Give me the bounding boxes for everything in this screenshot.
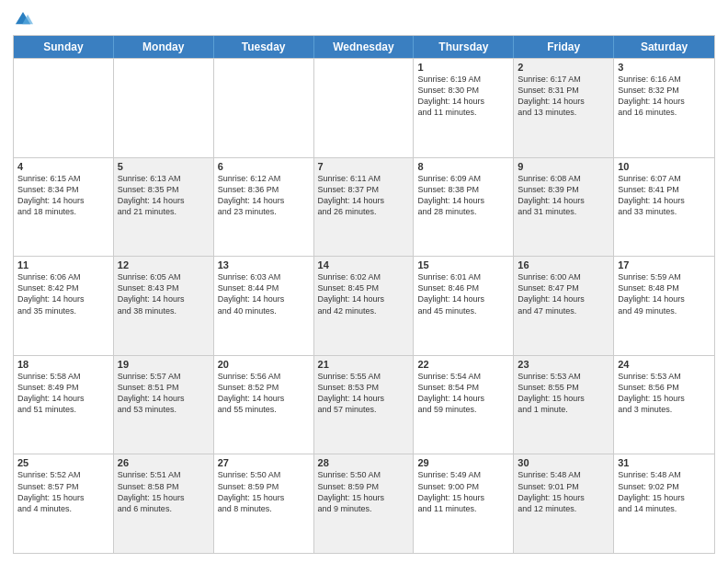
- cell-info-30: Sunrise: 5:48 AMSunset: 9:01 PMDaylight:…: [518, 469, 609, 514]
- calendar-body: 1Sunrise: 6:19 AMSunset: 8:30 PMDaylight…: [14, 58, 714, 553]
- cal-cell-21: 21Sunrise: 5:55 AMSunset: 8:53 PMDayligh…: [314, 356, 415, 454]
- cell-info-18: Sunrise: 5:58 AMSunset: 8:49 PMDaylight:…: [17, 371, 109, 416]
- cell-info-26: Sunrise: 5:51 AMSunset: 8:58 PMDaylight:…: [118, 469, 210, 514]
- cell-date-24: 24: [618, 359, 711, 370]
- cell-info-5: Sunrise: 6:13 AMSunset: 8:35 PMDaylight:…: [118, 173, 210, 218]
- cal-cell-19: 19Sunrise: 5:57 AMSunset: 8:51 PMDayligh…: [114, 356, 214, 454]
- calendar-header-sunday: Sunday: [14, 36, 114, 58]
- cal-cell-25: 25Sunrise: 5:52 AMSunset: 8:57 PMDayligh…: [14, 454, 114, 553]
- cell-date-31: 31: [618, 457, 711, 468]
- cell-date-29: 29: [417, 457, 509, 468]
- cell-info-11: Sunrise: 6:06 AMSunset: 8:42 PMDaylight:…: [17, 271, 109, 316]
- cal-cell-5: 5Sunrise: 6:13 AMSunset: 8:35 PMDaylight…: [114, 158, 214, 257]
- cell-date-7: 7: [318, 161, 410, 172]
- cell-date-21: 21: [318, 359, 410, 370]
- cal-cell-23: 23Sunrise: 5:53 AMSunset: 8:55 PMDayligh…: [514, 356, 614, 454]
- cell-date-22: 22: [417, 359, 509, 370]
- cell-info-23: Sunrise: 5:53 AMSunset: 8:55 PMDaylight:…: [518, 371, 609, 416]
- cell-info-12: Sunrise: 6:05 AMSunset: 8:43 PMDaylight:…: [118, 271, 210, 316]
- cal-cell-2: 2Sunrise: 6:17 AMSunset: 8:31 PMDaylight…: [514, 59, 614, 157]
- cell-info-24: Sunrise: 5:53 AMSunset: 8:56 PMDaylight:…: [618, 371, 711, 416]
- cell-date-12: 12: [118, 259, 210, 270]
- cal-cell-empty: [14, 59, 114, 157]
- cell-info-13: Sunrise: 6:03 AMSunset: 8:44 PMDaylight:…: [218, 271, 310, 316]
- cell-date-18: 18: [17, 359, 109, 370]
- cal-cell-28: 28Sunrise: 5:50 AMSunset: 8:59 PMDayligh…: [314, 454, 415, 553]
- cal-cell-7: 7Sunrise: 6:11 AMSunset: 8:37 PMDaylight…: [314, 158, 415, 257]
- cal-cell-29: 29Sunrise: 5:49 AMSunset: 9:00 PMDayligh…: [414, 454, 514, 553]
- cell-info-19: Sunrise: 5:57 AMSunset: 8:51 PMDaylight:…: [118, 371, 210, 416]
- cell-date-5: 5: [118, 161, 210, 172]
- cell-date-16: 16: [518, 259, 609, 270]
- cell-date-27: 27: [218, 457, 310, 468]
- cal-cell-26: 26Sunrise: 5:51 AMSunset: 8:58 PMDayligh…: [114, 454, 214, 553]
- cell-date-8: 8: [417, 161, 509, 172]
- logo: [13, 9, 35, 29]
- calendar-row-3: 18Sunrise: 5:58 AMSunset: 8:49 PMDayligh…: [14, 355, 714, 454]
- cell-info-9: Sunrise: 6:08 AMSunset: 8:39 PMDaylight:…: [518, 173, 609, 218]
- logo-icon: [13, 9, 33, 29]
- cell-date-20: 20: [218, 359, 310, 370]
- cal-cell-6: 6Sunrise: 6:12 AMSunset: 8:36 PMDaylight…: [214, 158, 314, 257]
- cell-info-31: Sunrise: 5:48 AMSunset: 9:02 PMDaylight:…: [618, 469, 711, 514]
- cell-date-11: 11: [17, 259, 109, 270]
- cal-cell-17: 17Sunrise: 5:59 AMSunset: 8:48 PMDayligh…: [614, 257, 714, 355]
- calendar-header-saturday: Saturday: [614, 36, 714, 58]
- cell-date-13: 13: [218, 259, 310, 270]
- cell-info-10: Sunrise: 6:07 AMSunset: 8:41 PMDaylight:…: [618, 173, 711, 218]
- calendar-header-monday: Monday: [114, 36, 214, 58]
- cal-cell-24: 24Sunrise: 5:53 AMSunset: 8:56 PMDayligh…: [614, 356, 714, 454]
- calendar-header-friday: Friday: [514, 36, 614, 58]
- cal-cell-10: 10Sunrise: 6:07 AMSunset: 8:41 PMDayligh…: [614, 158, 714, 257]
- cell-date-9: 9: [518, 161, 609, 172]
- cal-cell-8: 8Sunrise: 6:09 AMSunset: 8:38 PMDaylight…: [414, 158, 514, 257]
- cell-info-16: Sunrise: 6:00 AMSunset: 8:47 PMDaylight:…: [518, 271, 609, 316]
- cal-cell-14: 14Sunrise: 6:02 AMSunset: 8:45 PMDayligh…: [314, 257, 415, 355]
- cell-date-10: 10: [618, 161, 711, 172]
- cal-cell-15: 15Sunrise: 6:01 AMSunset: 8:46 PMDayligh…: [414, 257, 514, 355]
- cell-info-15: Sunrise: 6:01 AMSunset: 8:46 PMDaylight:…: [417, 271, 509, 316]
- cell-info-4: Sunrise: 6:15 AMSunset: 8:34 PMDaylight:…: [17, 173, 109, 218]
- calendar-row-0: 1Sunrise: 6:19 AMSunset: 8:30 PMDaylight…: [14, 58, 714, 157]
- cell-date-17: 17: [618, 259, 711, 270]
- header: [13, 9, 715, 29]
- calendar-header-row: SundayMondayTuesdayWednesdayThursdayFrid…: [14, 36, 714, 58]
- cal-cell-11: 11Sunrise: 6:06 AMSunset: 8:42 PMDayligh…: [14, 257, 114, 355]
- cell-date-2: 2: [518, 62, 609, 73]
- calendar-row-2: 11Sunrise: 6:06 AMSunset: 8:42 PMDayligh…: [14, 256, 714, 355]
- cell-info-1: Sunrise: 6:19 AMSunset: 8:30 PMDaylight:…: [417, 74, 509, 119]
- cal-cell-empty: [114, 59, 214, 157]
- cell-info-25: Sunrise: 5:52 AMSunset: 8:57 PMDaylight:…: [17, 469, 109, 514]
- cell-info-3: Sunrise: 6:16 AMSunset: 8:32 PMDaylight:…: [618, 74, 711, 119]
- cell-info-14: Sunrise: 6:02 AMSunset: 8:45 PMDaylight:…: [318, 271, 410, 316]
- cal-cell-3: 3Sunrise: 6:16 AMSunset: 8:32 PMDaylight…: [614, 59, 714, 157]
- cal-cell-empty: [314, 59, 415, 157]
- cell-info-2: Sunrise: 6:17 AMSunset: 8:31 PMDaylight:…: [518, 74, 609, 119]
- cal-cell-9: 9Sunrise: 6:08 AMSunset: 8:39 PMDaylight…: [514, 158, 614, 257]
- cal-cell-empty: [214, 59, 314, 157]
- calendar-row-1: 4Sunrise: 6:15 AMSunset: 8:34 PMDaylight…: [14, 157, 714, 257]
- cal-cell-27: 27Sunrise: 5:50 AMSunset: 8:59 PMDayligh…: [214, 454, 314, 553]
- cell-date-26: 26: [118, 457, 210, 468]
- cal-cell-4: 4Sunrise: 6:15 AMSunset: 8:34 PMDaylight…: [14, 158, 114, 257]
- cell-date-25: 25: [17, 457, 109, 468]
- cal-cell-31: 31Sunrise: 5:48 AMSunset: 9:02 PMDayligh…: [614, 454, 714, 553]
- cell-date-14: 14: [318, 259, 410, 270]
- cal-cell-18: 18Sunrise: 5:58 AMSunset: 8:49 PMDayligh…: [14, 356, 114, 454]
- cell-info-22: Sunrise: 5:54 AMSunset: 8:54 PMDaylight:…: [417, 371, 509, 416]
- cell-info-21: Sunrise: 5:55 AMSunset: 8:53 PMDaylight:…: [318, 371, 410, 416]
- calendar-header-wednesday: Wednesday: [314, 36, 415, 58]
- cell-date-19: 19: [118, 359, 210, 370]
- cell-date-15: 15: [417, 259, 509, 270]
- cal-cell-12: 12Sunrise: 6:05 AMSunset: 8:43 PMDayligh…: [114, 257, 214, 355]
- cell-date-28: 28: [318, 457, 410, 468]
- cal-cell-22: 22Sunrise: 5:54 AMSunset: 8:54 PMDayligh…: [414, 356, 514, 454]
- cell-info-29: Sunrise: 5:49 AMSunset: 9:00 PMDaylight:…: [417, 469, 509, 514]
- cal-cell-1: 1Sunrise: 6:19 AMSunset: 8:30 PMDaylight…: [414, 59, 514, 157]
- cell-date-6: 6: [218, 161, 310, 172]
- cell-date-30: 30: [518, 457, 609, 468]
- cal-cell-16: 16Sunrise: 6:00 AMSunset: 8:47 PMDayligh…: [514, 257, 614, 355]
- calendar-header-tuesday: Tuesday: [214, 36, 314, 58]
- cell-info-27: Sunrise: 5:50 AMSunset: 8:59 PMDaylight:…: [218, 469, 310, 514]
- cell-date-1: 1: [417, 62, 509, 73]
